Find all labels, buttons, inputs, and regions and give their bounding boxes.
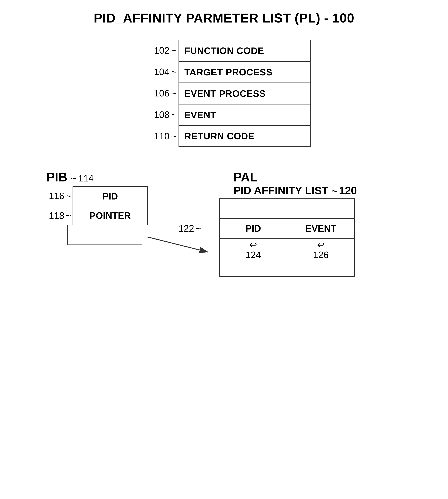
pl-tilde-110: ~ bbox=[171, 131, 176, 141]
pib-cell-pid: PID bbox=[73, 186, 148, 206]
pib-label-118: 118 bbox=[36, 210, 64, 221]
pib-number: 114 bbox=[78, 173, 94, 184]
pal-data-num-126: 126 bbox=[313, 250, 329, 260]
pal-subtitle-row: PID AFFINITY LIST ~ 120 bbox=[233, 184, 357, 197]
pl-label-102: 102 bbox=[137, 45, 169, 56]
pl-row-2: 104 ~ TARGET PROCESS bbox=[137, 61, 311, 82]
pal-data-col-2: ↩ 126 bbox=[287, 239, 354, 262]
pl-cell-event-process: EVENT PROCESS bbox=[178, 82, 311, 104]
page-container: PID_AFFINITY PARMETER LIST (PL) - 100 10… bbox=[0, 0, 448, 499]
pib-title-tilde: ~ bbox=[71, 173, 76, 184]
pal-col-pid-header: PID bbox=[220, 218, 287, 238]
pib-row-pid: 116 ~ PID bbox=[36, 186, 148, 206]
pal-col-event-header: EVENT bbox=[287, 218, 354, 238]
pal-data-col-1: ↩ 124 bbox=[220, 239, 287, 262]
main-title: PID_AFFINITY PARMETER LIST (PL) - 100 bbox=[94, 11, 354, 25]
pl-cell-return-code: RETURN CODE bbox=[178, 125, 311, 147]
pal-curly-1: ↩ bbox=[249, 240, 257, 250]
pal-subtitle-text: PID AFFINITY LIST bbox=[233, 184, 328, 197]
pl-row-4: 108 ~ EVENT bbox=[137, 104, 311, 125]
pib-tilde-116: ~ bbox=[66, 190, 71, 201]
pib-row-pointer: 118 ~ POINTER bbox=[36, 206, 148, 225]
pl-table: 102 ~ FUNCTION CODE 104 ~ TARGET PROCESS… bbox=[137, 40, 311, 147]
pib-title-row: PIB ~ 114 bbox=[47, 170, 94, 184]
arrow-area bbox=[148, 209, 219, 272]
pl-tilde-106: ~ bbox=[171, 88, 176, 99]
pl-tilde-102: ~ bbox=[171, 45, 176, 56]
pl-tilde-104: ~ bbox=[171, 66, 176, 77]
pib-label: PIB bbox=[47, 170, 67, 184]
pib-container: PIB ~ 114 116 ~ PID 118 ~ PO bbox=[36, 170, 148, 245]
pal-table: 122 ~ PID EVENT ↩ 124 bbox=[219, 198, 355, 277]
pal-row-label-122: 122 ~ bbox=[178, 223, 202, 234]
pal-data-num-124: 124 bbox=[245, 250, 261, 260]
pib-cell-pointer: POINTER bbox=[73, 206, 148, 225]
pib-tilde-118: ~ bbox=[66, 210, 71, 221]
pib-row-empty bbox=[36, 225, 142, 245]
pl-label-104: 104 bbox=[137, 66, 169, 77]
svg-line-0 bbox=[148, 237, 208, 252]
arrow-svg bbox=[148, 209, 219, 272]
pal-bottom-empty bbox=[220, 262, 354, 276]
bottom-section: PIB ~ 114 116 ~ PID 118 ~ PO bbox=[0, 170, 448, 277]
pl-row-5: 110 ~ RETURN CODE bbox=[137, 125, 311, 147]
pal-data-row: ↩ 124 ↩ 126 bbox=[220, 239, 354, 262]
pl-cell-function-code: FUNCTION CODE bbox=[178, 40, 311, 61]
pal-title-label: PAL bbox=[233, 170, 257, 184]
pal-number: 120 bbox=[339, 184, 357, 197]
pl-cell-event: EVENT bbox=[178, 104, 311, 125]
pl-label-110: 110 bbox=[137, 131, 169, 141]
pib-table: 116 ~ PID 118 ~ POINTER bbox=[36, 186, 148, 245]
pl-label-108: 108 bbox=[137, 109, 169, 120]
pl-row-1: 102 ~ FUNCTION CODE bbox=[137, 40, 311, 61]
pib-label-116: 116 bbox=[36, 190, 64, 201]
pal-curly-2: ↩ bbox=[317, 240, 325, 250]
pl-label-106: 106 bbox=[137, 88, 169, 99]
pal-title-block: PAL PID AFFINITY LIST ~ 120 bbox=[233, 170, 357, 197]
pal-empty-top bbox=[220, 199, 354, 218]
pib-cell-empty bbox=[67, 225, 142, 245]
pl-section: 102 ~ FUNCTION CODE 104 ~ TARGET PROCESS… bbox=[137, 40, 311, 147]
pal-container: PAL PID AFFINITY LIST ~ 120 122 ~ bbox=[219, 170, 357, 277]
pl-tilde-108: ~ bbox=[171, 109, 176, 120]
pl-row-3: 106 ~ EVENT PROCESS bbox=[137, 82, 311, 104]
pl-cell-target-process: TARGET PROCESS bbox=[178, 61, 311, 82]
pal-tilde: ~ bbox=[332, 186, 337, 196]
pal-header-row: 122 ~ PID EVENT bbox=[220, 218, 354, 239]
pal-row-tilde-122: ~ bbox=[195, 223, 201, 234]
